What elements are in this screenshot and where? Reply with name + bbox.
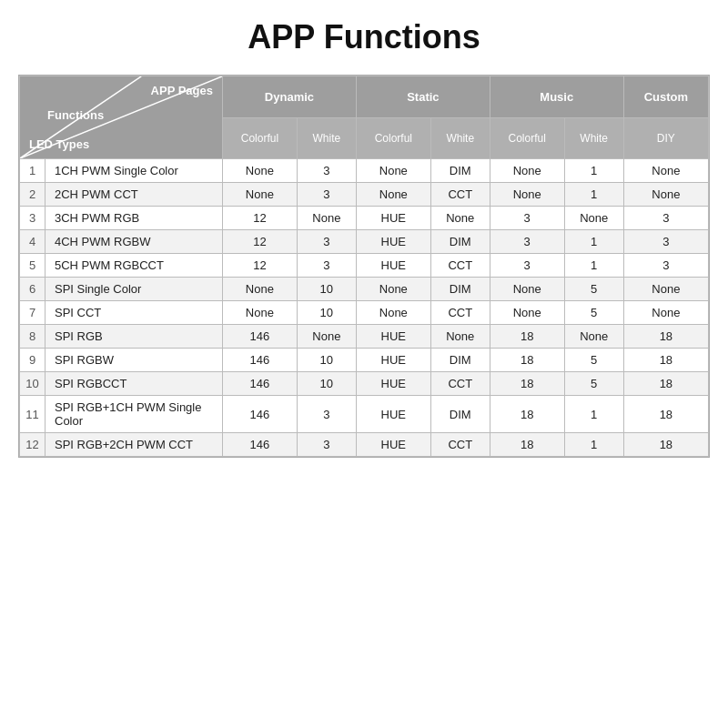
row-dynamic-white: 3 (297, 159, 356, 183)
row-music-colorful: 3 (490, 254, 564, 278)
row-dynamic-white: None (297, 325, 356, 349)
row-static-colorful: None (356, 301, 430, 325)
table-body: 11CH PWM Single ColorNone3NoneDIMNone1No… (20, 159, 709, 457)
row-music-white: 1 (564, 396, 623, 433)
row-led: 3CH PWM RGB (46, 207, 223, 230)
row-diy: 3 (623, 230, 708, 254)
row-num: 5 (20, 254, 46, 278)
table-row: 9SPI RGBW14610HUEDIM18518 (20, 349, 709, 372)
row-dynamic-white: 3 (297, 433, 356, 457)
row-music-colorful: 3 (490, 207, 564, 230)
table-row: 55CH PWM RGBCCT123HUECCT313 (20, 254, 709, 278)
sub-dynamic-white: White (297, 118, 356, 159)
row-static-white: DIM (430, 159, 490, 183)
row-diy: 3 (623, 254, 708, 278)
row-music-colorful: None (490, 301, 564, 325)
row-static-colorful: HUE (356, 325, 430, 349)
row-num: 12 (20, 433, 46, 457)
row-dynamic-colorful: None (223, 278, 298, 301)
row-static-white: CCT (430, 301, 490, 325)
row-static-white: DIM (430, 349, 490, 372)
table-row: 12SPI RGB+2CH PWM CCT1463HUECCT18118 (20, 433, 709, 457)
row-dynamic-white: 3 (297, 254, 356, 278)
row-static-white: CCT (430, 254, 490, 278)
sub-static-colorful: Colorful (356, 118, 430, 159)
row-dynamic-white: 10 (297, 301, 356, 325)
group-static: Static (356, 76, 490, 118)
row-music-white: 5 (564, 301, 623, 325)
row-led: SPI RGB+1CH PWM Single Color (46, 396, 223, 433)
row-static-colorful: HUE (356, 254, 430, 278)
row-led: SPI RGB (46, 325, 223, 349)
row-num: 6 (20, 278, 46, 301)
row-music-white: 5 (564, 372, 623, 396)
row-diy: None (623, 183, 708, 207)
row-music-white: None (564, 207, 623, 230)
row-dynamic-white: 3 (297, 230, 356, 254)
row-dynamic-colorful: 146 (223, 372, 298, 396)
group-dynamic: Dynamic (223, 76, 357, 118)
row-music-white: 5 (564, 278, 623, 301)
row-static-colorful: HUE (356, 372, 430, 396)
row-music-colorful: 18 (490, 396, 564, 433)
table-row: 11CH PWM Single ColorNone3NoneDIMNone1No… (20, 159, 709, 183)
row-music-white: None (564, 325, 623, 349)
row-static-colorful: HUE (356, 230, 430, 254)
row-dynamic-colorful: 12 (223, 254, 298, 278)
row-music-colorful: 18 (490, 349, 564, 372)
row-num: 9 (20, 349, 46, 372)
row-dynamic-colorful: 146 (223, 349, 298, 372)
row-static-white: DIM (430, 396, 490, 433)
row-diy: 3 (623, 207, 708, 230)
table-row: 22CH PWM CCTNone3NoneCCTNone1None (20, 183, 709, 207)
row-num: 11 (20, 396, 46, 433)
row-dynamic-white: 3 (297, 396, 356, 433)
row-music-colorful: None (490, 183, 564, 207)
main-table-wrapper: APP Pages Functions LED Types Dynamic St… (18, 75, 710, 458)
row-music-white: 1 (564, 230, 623, 254)
row-static-colorful: HUE (356, 349, 430, 372)
row-static-white: None (430, 325, 490, 349)
row-diy: None (623, 278, 708, 301)
table-row: 6SPI Single ColorNone10NoneDIMNone5None (20, 278, 709, 301)
group-music: Music (490, 76, 623, 118)
row-num: 8 (20, 325, 46, 349)
row-dynamic-colorful: 12 (223, 230, 298, 254)
row-dynamic-white: None (297, 207, 356, 230)
table-row: 11SPI RGB+1CH PWM Single Color1463HUEDIM… (20, 396, 709, 433)
row-led: 1CH PWM Single Color (46, 159, 223, 183)
functions-table: APP Pages Functions LED Types Dynamic St… (19, 76, 709, 457)
group-header-row: APP Pages Functions LED Types Dynamic St… (20, 76, 709, 118)
row-diy: 18 (623, 396, 708, 433)
row-music-colorful: 18 (490, 433, 564, 457)
row-static-white: DIM (430, 230, 490, 254)
row-dynamic-white: 3 (297, 183, 356, 207)
row-num: 4 (20, 230, 46, 254)
row-dynamic-white: 10 (297, 278, 356, 301)
corner-led-label: LED Types (29, 137, 89, 151)
row-num: 10 (20, 372, 46, 396)
row-music-white: 1 (564, 254, 623, 278)
row-music-colorful: 18 (490, 325, 564, 349)
row-dynamic-colorful: None (223, 159, 298, 183)
sub-dynamic-colorful: Colorful (223, 118, 298, 159)
row-dynamic-white: 10 (297, 372, 356, 396)
table-row: 33CH PWM RGB12NoneHUENone3None3 (20, 207, 709, 230)
row-dynamic-white: 10 (297, 349, 356, 372)
row-led: SPI RGBW (46, 349, 223, 372)
row-num: 7 (20, 301, 46, 325)
row-dynamic-colorful: None (223, 183, 298, 207)
row-music-colorful: None (490, 278, 564, 301)
row-dynamic-colorful: 146 (223, 396, 298, 433)
row-led: SPI RGBCCT (46, 372, 223, 396)
table-row: 8SPI RGB146NoneHUENone18None18 (20, 325, 709, 349)
row-dynamic-colorful: 146 (223, 433, 298, 457)
row-music-white: 5 (564, 349, 623, 372)
row-diy: 18 (623, 372, 708, 396)
sub-custom-diy: DIY (623, 118, 708, 159)
row-diy: 18 (623, 433, 708, 457)
row-num: 3 (20, 207, 46, 230)
row-static-colorful: HUE (356, 396, 430, 433)
row-static-colorful: None (356, 183, 430, 207)
table-row: 44CH PWM RGBW123HUEDIM313 (20, 230, 709, 254)
